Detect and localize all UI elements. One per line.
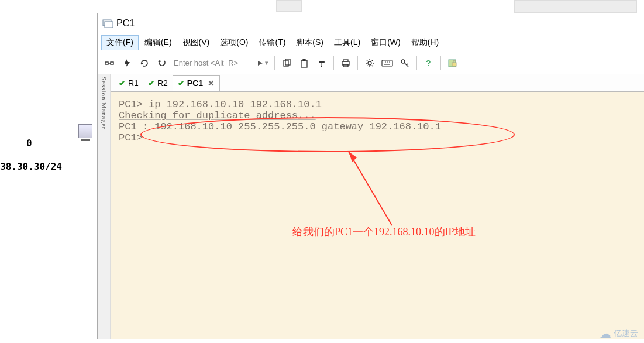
connect-icon[interactable]: [101, 55, 118, 71]
quick-connect-icon[interactable]: [119, 55, 135, 71]
go-icon[interactable]: ▾: [254, 55, 271, 71]
svg-line-24: [407, 64, 408, 65]
lock-session-icon[interactable]: [445, 55, 461, 71]
terminal-line: PC1>: [119, 132, 636, 143]
svg-rect-11: [319, 61, 324, 63]
terminal-output[interactable]: PC1> ip 192.168.10.10 192.168.10.1 Check…: [111, 92, 644, 339]
svg-rect-2: [105, 62, 108, 64]
reconnect-icon[interactable]: [136, 55, 153, 71]
tab-pc1[interactable]: ✔PC1✕: [173, 75, 220, 91]
bg-strip-2: [514, 0, 637, 13]
paste-icon[interactable]: [296, 55, 312, 71]
svg-rect-13: [343, 60, 348, 61]
terminal-line: PC1 : 192.168.10.10 255.255.255.0 gatewa…: [119, 121, 636, 132]
topology-background: 0 38.30.30/24: [0, 0, 94, 343]
print-icon[interactable]: [338, 55, 354, 71]
svg-rect-14: [343, 64, 348, 67]
menu-file[interactable]: 文件(F): [101, 35, 139, 50]
svg-rect-1: [105, 22, 113, 28]
menubar: 文件(F) 编辑(E) 视图(V) 选项(O) 传输(T) 脚本(S) 工具(L…: [98, 33, 644, 52]
key-icon[interactable]: [397, 55, 413, 71]
tab-bar: ✔R1 ✔R2 ✔PC1✕: [111, 74, 644, 92]
bg-strip-1: [276, 0, 302, 12]
menu-edit[interactable]: 编辑(E): [140, 36, 177, 50]
annotation-text: 给我们的PC1一个192.168.10.10的IP地址: [292, 225, 476, 239]
tab-r1[interactable]: ✔R1: [114, 75, 143, 91]
session-manager-tab[interactable]: Session Manager: [98, 74, 111, 339]
settings-icon[interactable]: [361, 55, 378, 71]
pc-node-icon: [78, 124, 92, 153]
toolbar: Enter host <Alt+R> ▾ ?: [98, 52, 644, 74]
tab-r2[interactable]: ✔R2: [143, 75, 173, 91]
check-icon: ✔: [119, 78, 126, 88]
find-icon[interactable]: [314, 55, 330, 71]
terminal-line: PC1> ip 192.168.10.10 192.168.10.1: [119, 99, 636, 110]
svg-rect-7: [301, 60, 307, 67]
terminal-line: Checking for duplicate address...: [119, 110, 636, 121]
svg-text:?: ?: [426, 59, 431, 68]
securecrt-window: PC1 文件(F) 编辑(E) 视图(V) 选项(O) 传输(T) 脚本(S) …: [97, 13, 644, 339]
svg-rect-3: [111, 62, 113, 64]
topology-label-ip: 38.30.30/24: [0, 161, 62, 172]
svg-point-15: [368, 61, 371, 65]
menu-transfer[interactable]: 传输(T): [254, 36, 290, 50]
keyboard-icon[interactable]: [379, 55, 395, 71]
watermark: ☁亿速云: [600, 327, 638, 341]
app-icon: [102, 18, 113, 29]
disconnect-icon[interactable]: [154, 55, 170, 71]
host-input[interactable]: Enter host <Alt+R>: [171, 59, 253, 67]
menu-tools[interactable]: 工具(L): [329, 36, 365, 50]
svg-line-23: [404, 63, 408, 67]
svg-rect-16: [382, 60, 392, 66]
svg-rect-27: [452, 63, 456, 66]
window-title: PC1: [116, 18, 135, 29]
cloud-icon: ☁: [600, 327, 611, 341]
menu-options[interactable]: 选项(O): [215, 36, 253, 50]
check-icon: ✔: [148, 78, 155, 88]
menu-view[interactable]: 视图(V): [178, 36, 215, 50]
copy-icon[interactable]: [278, 55, 295, 71]
close-icon[interactable]: ✕: [208, 78, 215, 88]
menu-script[interactable]: 脚本(S): [291, 36, 328, 50]
titlebar: PC1: [98, 13, 644, 33]
svg-rect-8: [303, 59, 305, 61]
menu-window[interactable]: 窗口(W): [366, 36, 405, 50]
check-icon: ✔: [178, 78, 185, 88]
topology-label-0: 0: [26, 138, 32, 149]
help-icon[interactable]: ?: [421, 55, 437, 71]
menu-help[interactable]: 帮助(H): [407, 36, 443, 50]
